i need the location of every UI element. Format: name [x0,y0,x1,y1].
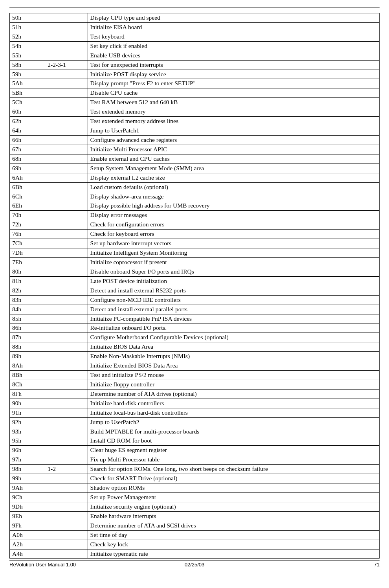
code-cell: 8Fh [10,389,45,399]
beep-cell [45,389,88,399]
desc-cell: Enable hardware interrupts [88,511,379,521]
beep-cell [45,164,88,173]
code-cell: 60h [10,107,45,117]
table-row: A2hCheck key lock [10,540,380,549]
code-cell: 86h [10,323,45,333]
code-cell: 5Ah [10,79,45,88]
desc-cell: Test and initialize PS/2 mouse [88,371,379,380]
beep-cell [45,276,88,286]
table-row: 60hTest extended memory [10,107,380,117]
code-cell: 9Fh [10,521,45,530]
code-cell: 80h [10,267,45,276]
beep-cell [45,51,88,60]
beep-cell [45,192,88,201]
code-cell: 67h [10,145,45,154]
table-row: 58h2-2-3-1Test for unexpected interrupts [10,60,380,70]
beep-cell: 1-2 [45,465,88,474]
beep-cell [45,230,88,239]
beep-cell [45,267,88,276]
table-row: 82hDetect and install external RS232 por… [10,286,380,295]
desc-cell: Check for SMART Drive (optional) [88,474,379,483]
desc-cell: Install CD ROM for boot [88,436,379,446]
table-row: 8FhDetermine number of ATA drives (optio… [10,389,380,399]
desc-cell: Initialize Intelligent System Monitoring [88,248,379,258]
code-cell: A4h [10,549,45,559]
beep-cell [45,98,88,107]
code-cell: 51h [10,22,45,32]
desc-cell: Display possible high address for UMB re… [88,201,379,211]
table-row: 95hInstall CD ROM for boot [10,436,380,446]
beep-cell [45,70,88,79]
beep-cell [45,211,88,220]
beep-cell [45,248,88,258]
table-row: 98h1-2Search for option ROMs. One long, … [10,465,380,474]
table-row: 51hInitialize EISA board [10,22,380,32]
desc-cell: Display CPU type and speed [88,13,379,23]
desc-cell: Build MPTABLE for multi-processor boards [88,427,379,436]
table-row: 85hInitialize PC-compatible PnP ISA devi… [10,314,380,323]
desc-cell: Determine number of ATA and SCSI drives [88,521,379,530]
code-cell: 55h [10,51,45,60]
code-cell: 66h [10,135,45,145]
beep-cell [45,145,88,154]
code-cell: 5Bh [10,88,45,98]
beep-cell [45,530,88,540]
desc-cell: Initialize EISA board [88,22,379,32]
desc-cell: Check for keyboard errors [88,230,379,239]
table-row: 6AhDisplay external L2 cache size [10,173,380,182]
beep-cell [45,41,88,51]
table-body: 50hDisplay CPU type and speed51hInitiali… [10,13,380,559]
table-row: A4hInitialize typematic rate [10,549,380,559]
desc-cell: Test for unexpected interrupts [88,60,379,70]
table-row: 8ChInitialize floppy controller [10,380,380,389]
code-cell: 8Ch [10,380,45,389]
table-row: 70hDisplay error messages [10,211,380,220]
beep-cell [45,502,88,511]
table-row: 84hDetect and install external parallel … [10,305,380,314]
beep-cell: 2-2-3-1 [45,60,88,70]
code-cell: 87h [10,333,45,342]
desc-cell: Enable Non-Maskable Interrupts (NMIs) [88,352,379,361]
table-row: 80hDisable onboard Super I/O ports and I… [10,267,380,276]
code-cell: 6Eh [10,201,45,211]
table-row: 72hCheck for configuration errors [10,220,380,230]
code-cell: 99h [10,474,45,483]
table-row: 89hEnable Non-Maskable Interrupts (NMIs) [10,352,380,361]
desc-cell: Shadow option ROMs [88,483,379,493]
beep-cell [45,257,88,267]
beep-cell [45,239,88,248]
desc-cell: Determine number of ATA drives (optional… [88,389,379,399]
footer-right: 71 [256,561,380,568]
code-cell: 6Bh [10,182,45,192]
desc-cell: Check for configuration errors [88,220,379,230]
desc-cell: Display shadow-area message [88,192,379,201]
desc-cell: Initialize PC-compatible PnP ISA devices [88,314,379,323]
code-cell: 81h [10,276,45,286]
code-cell: 52h [10,32,45,41]
desc-cell: Test keyboard [88,32,379,41]
table-row: 88hInitialize BIOS Data Area [10,342,380,352]
code-cell: 62h [10,117,45,126]
table-row: 9FhDetermine number of ATA and SCSI driv… [10,521,380,530]
desc-cell: Jump to UserPatch1 [88,126,379,136]
code-cell: 83h [10,295,45,305]
desc-cell: Jump to UserPatch2 [88,417,379,427]
code-cell: 8Bh [10,371,45,380]
code-cell: 70h [10,211,45,220]
table-row: 6BhLoad custom defaults (optional) [10,182,380,192]
desc-cell: Initialize local-bus hard-disk controlle… [88,408,379,417]
code-cell: 6Ah [10,173,45,182]
table-row: 62hTest extended memory address lines [10,117,380,126]
table-row: 96hClear huge ES segment register [10,446,380,455]
beep-cell [45,107,88,117]
desc-cell: Set key click if enabled [88,41,379,51]
code-cell: 85h [10,314,45,323]
beep-cell [45,88,88,98]
beep-cell [45,474,88,483]
code-cell: 68h [10,154,45,164]
desc-cell: Initialize typematic rate [88,549,379,559]
table-row: 59hInitialize POST display service [10,70,380,79]
table-row: 90hInitialize hard-disk controllers [10,399,380,408]
desc-cell: Set time of day [88,530,379,540]
post-codes-table: 50hDisplay CPU type and speed51hInitiali… [9,13,380,559]
